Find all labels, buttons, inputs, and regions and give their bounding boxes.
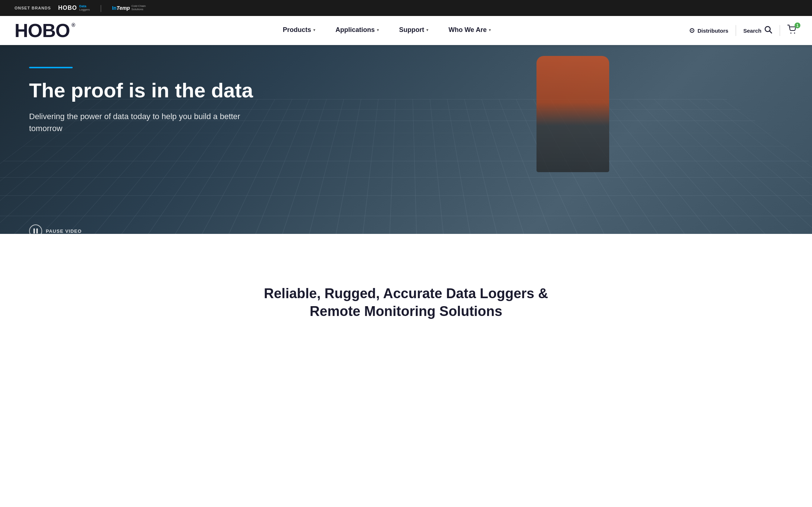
intemp-logo-sub: Cold Chain Solutions	[131, 5, 146, 11]
hero-accent-line	[29, 67, 73, 68]
hobo-topbar-logo-text: HOBO	[58, 5, 77, 11]
hobo-topbar-logo-sub: Data Loggers	[79, 5, 90, 12]
search-button[interactable]: Search	[743, 26, 772, 36]
header-logo[interactable]: HOBO	[15, 21, 70, 40]
wave-svg	[0, 234, 812, 263]
main-header: HOBO Products ▾ Applications ▾ Support ▾…	[0, 16, 812, 45]
nav-products-label: Products	[283, 26, 311, 34]
intemp-logo-text: InTemp	[112, 5, 130, 11]
distributors-label: Distributors	[698, 28, 728, 34]
below-hero-section: Reliable, Rugged, Accurate Data Loggers …	[0, 263, 812, 335]
search-icon	[764, 26, 772, 36]
header-actions: ⊙ Distributors Search 1	[689, 25, 797, 36]
header-separator-1	[736, 25, 736, 36]
nav-applications[interactable]: Applications ▾	[325, 16, 389, 45]
pause-video-label: PAUSE VIDEO	[46, 228, 82, 234]
applications-chevron-icon: ▾	[377, 28, 379, 32]
below-hero-title: Reliable, Rugged, Accurate Data Loggers …	[242, 285, 570, 321]
pause-bar-2	[36, 228, 38, 234]
topbar-divider: |	[100, 4, 102, 12]
hobo-topbar-logo[interactable]: HOBO Data Loggers	[58, 5, 90, 12]
cart-badge: 1	[795, 23, 800, 28]
svg-point-3	[794, 33, 795, 34]
products-chevron-icon: ▾	[313, 28, 315, 32]
hero-section: The proof is in the data Delivering the …	[0, 45, 812, 256]
hobo-main-logo-text: HOBO	[15, 21, 70, 40]
who-we-are-chevron-icon: ▾	[489, 28, 491, 32]
wave-separator	[0, 234, 812, 263]
hero-title: The proof is in the data	[29, 79, 284, 102]
distributors-button[interactable]: ⊙ Distributors	[689, 27, 728, 35]
support-chevron-icon: ▾	[426, 28, 428, 32]
svg-point-2	[791, 33, 792, 34]
location-icon: ⊙	[689, 27, 695, 35]
hero-subtitle: Delivering the power of data today to he…	[29, 110, 254, 134]
nav-who-we-are[interactable]: Who We Are ▾	[438, 16, 501, 45]
nav-applications-label: Applications	[335, 26, 375, 34]
pause-bar-1	[33, 228, 35, 234]
nav-products[interactable]: Products ▾	[273, 16, 325, 45]
nav-support-label: Support	[399, 26, 424, 34]
onset-brand: ONSET BRANDS	[15, 6, 51, 10]
main-nav: Products ▾ Applications ▾ Support ▾ Who …	[84, 16, 689, 45]
intemp-topbar-logo[interactable]: InTemp Cold Chain Solutions	[112, 5, 146, 11]
search-label: Search	[743, 28, 761, 34]
cart-button[interactable]: 1	[787, 25, 797, 36]
nav-support[interactable]: Support ▾	[389, 16, 438, 45]
nav-who-we-are-label: Who We Are	[449, 26, 487, 34]
svg-line-1	[770, 31, 772, 33]
top-bar: ONSET BRANDS HOBO Data Loggers | InTemp …	[0, 0, 812, 16]
hero-content: The proof is in the data Delivering the …	[0, 45, 812, 156]
header-separator-2	[780, 25, 780, 36]
